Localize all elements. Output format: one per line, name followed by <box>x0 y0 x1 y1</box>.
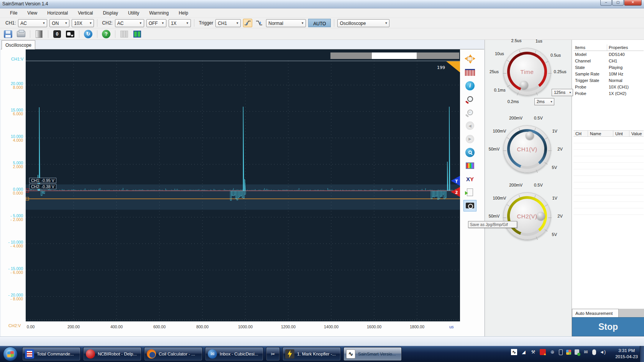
export-icon[interactable] <box>463 187 476 198</box>
trigger-source-select[interactable]: CH1▼ <box>215 19 241 27</box>
zoom-in-icon[interactable] <box>463 93 476 105</box>
stop-button[interactable]: Stop <box>572 317 644 336</box>
search-icon[interactable] <box>463 147 476 158</box>
record-button[interactable] <box>65 29 75 39</box>
tray-tool-icon[interactable]: ⚒ <box>530 349 536 355</box>
taskbar-button-tbird[interactable]: ✉Inbox - CubicDesi... <box>205 347 263 361</box>
svg-text:199: 199 <box>437 65 445 70</box>
ruler-comb-icon[interactable] <box>463 67 476 78</box>
tray-battery-icon[interactable] <box>559 349 563 355</box>
taskbar-button-winamp[interactable]: 1. Mark Knopfler -... <box>283 347 341 361</box>
trigger-mode-select[interactable]: Normal▼ <box>266 19 306 27</box>
tray-kaspersky-icon[interactable] <box>540 349 546 355</box>
delphi-icon <box>86 349 95 359</box>
info-icon[interactable]: i <box>463 80 476 92</box>
ch1-probe-select[interactable]: 10X▼ <box>72 19 94 27</box>
measurement-empty-row <box>573 202 644 208</box>
back-icon[interactable]: ◄ <box>463 120 476 131</box>
tray-usb-icon[interactable] <box>575 349 579 355</box>
tables-zone: ItemsPropertiesModelDDS140ChannelCH1Stat… <box>572 40 644 336</box>
time-knob[interactable]: Time <box>503 48 551 95</box>
trigger-position-marker[interactable] <box>446 61 460 72</box>
maximize-button[interactable]: ▢ <box>612 0 624 6</box>
menu-item-utility[interactable]: Utility <box>123 9 144 17</box>
ch1-coupling-select[interactable]: AC▼ <box>18 19 47 27</box>
device-mode-select[interactable]: Oscilloscope▼ <box>337 19 389 27</box>
svg-text:T: T <box>455 179 458 184</box>
ch2-volts-knob[interactable]: CH2(V) <box>503 192 551 240</box>
menu-item-file[interactable]: File <box>5 9 22 17</box>
tray-waveform-icon[interactable]: ∿ <box>511 349 517 355</box>
printer-icon <box>17 31 25 37</box>
menu-item-help[interactable]: Help <box>174 9 193 17</box>
palette-icon[interactable] <box>463 160 476 171</box>
taskbar-button-tc[interactable]: Total Commande... <box>22 347 80 361</box>
measurement-empty-row <box>573 143 644 150</box>
properties-table: ItemsPropertiesModelDDS140ChannelCH1Stat… <box>573 44 644 97</box>
taskbar-button-delphi[interactable]: NCBIRobot - Delp... <box>83 347 141 361</box>
zero-button[interactable]: 0 <box>52 29 62 39</box>
start-button[interactable] <box>3 347 18 361</box>
ch1-label: CH1: <box>5 20 16 26</box>
pan-icon[interactable] <box>463 53 476 65</box>
menu-item-display[interactable]: Display <box>99 9 123 17</box>
auto-button[interactable]: AUTO <box>308 19 331 27</box>
ch2-state-select[interactable]: OFF▼ <box>146 19 166 27</box>
chevron-down-icon: ▼ <box>161 21 164 25</box>
tray-signal-icon[interactable]: ◢ <box>521 349 527 355</box>
timebase-select-2[interactable]: 2ms▼ <box>534 98 554 105</box>
measurement-empty-row <box>573 176 644 182</box>
ch2-coupling-select[interactable]: AC▼ <box>115 19 144 27</box>
taskbar-button-label: Inbox - CubicDesi... <box>220 352 258 356</box>
tray-globe-icon[interactable]: ⊕ <box>549 349 555 355</box>
tray-volume-icon[interactable]: ◄) <box>600 349 606 355</box>
menu-item-horizontal[interactable]: Horizontal <box>43 9 72 17</box>
tab-auto-measurement[interactable]: Auto Measurement <box>572 309 619 317</box>
chevron-down-icon: ▼ <box>64 21 67 25</box>
ch2-volts-knob-scale-label: 5V <box>552 232 557 237</box>
menu-item-view[interactable]: View <box>23 9 42 17</box>
camera-icon[interactable] <box>463 200 476 211</box>
grid-button[interactable] <box>132 29 142 39</box>
taskbar-button-scissors[interactable]: ✂ <box>266 347 280 361</box>
save-button[interactable] <box>3 29 13 39</box>
taskbar-button-label: SainSmart Versio... <box>358 352 396 356</box>
rising-edge-icon <box>244 20 251 26</box>
refresh-button[interactable]: ↻ <box>83 29 93 39</box>
forward-icon[interactable]: ► <box>463 133 476 145</box>
rising-edge-button[interactable] <box>243 19 252 27</box>
columns-button[interactable] <box>119 29 129 39</box>
brightness-button[interactable] <box>34 29 44 39</box>
chevron-down-icon: ▼ <box>139 21 142 25</box>
zoom-out-icon[interactable] <box>463 106 476 118</box>
minimize-button[interactable]: – <box>600 0 612 6</box>
xy-mode-icon[interactable]: XY <box>463 173 476 185</box>
falling-edge-button[interactable] <box>255 19 264 27</box>
ch2-probe-select[interactable]: 1X▼ <box>169 19 191 27</box>
tooltip: Save as Jpg/Bmp/Gif <box>468 221 517 228</box>
tray-mail-icon[interactable]: ✉ <box>583 349 589 355</box>
taskbar-button-sainsmart[interactable]: ∿SainSmart Versio... <box>343 347 402 361</box>
help-button[interactable]: ? <box>101 29 111 39</box>
tray-mouse-icon[interactable] <box>592 349 596 355</box>
taskbar-clock[interactable]: 3:31 PM 2015-04-23 <box>615 347 638 360</box>
pan-scrollbar[interactable] <box>330 52 459 59</box>
ch2-volts-knob-scale-label: 2V <box>557 214 562 218</box>
menu-item-warnning[interactable]: Warnning <box>145 9 173 17</box>
show-desktop-button[interactable] <box>640 346 644 362</box>
trigger-level-marker[interactable]: T <box>451 176 460 186</box>
ch1-volts-knob[interactable]: CH1(V) <box>503 125 551 173</box>
tray-windows-icon[interactable] <box>566 350 571 355</box>
ch1-state-select[interactable]: ON▼ <box>49 19 69 27</box>
menu-item-vertical[interactable]: Vertical <box>73 9 97 17</box>
timebase-select[interactable]: 125ns▼ <box>552 89 573 96</box>
taskbar-button-firefox[interactable]: Coil Calculator - ... <box>144 347 202 361</box>
time-knob-scale-label: 2.5us <box>511 38 522 43</box>
tab-oscilloscope[interactable]: Oscilloscope <box>2 40 35 49</box>
falling-edge-icon <box>255 20 263 26</box>
close-button[interactable]: ✕ <box>624 0 642 6</box>
sainsmart-icon: ∿ <box>346 349 355 359</box>
taskbar-button-label: NCBIRobot - Delp... <box>98 352 137 356</box>
time-knob-scale-label: 0.5us <box>550 53 561 57</box>
print-button[interactable] <box>16 29 26 39</box>
